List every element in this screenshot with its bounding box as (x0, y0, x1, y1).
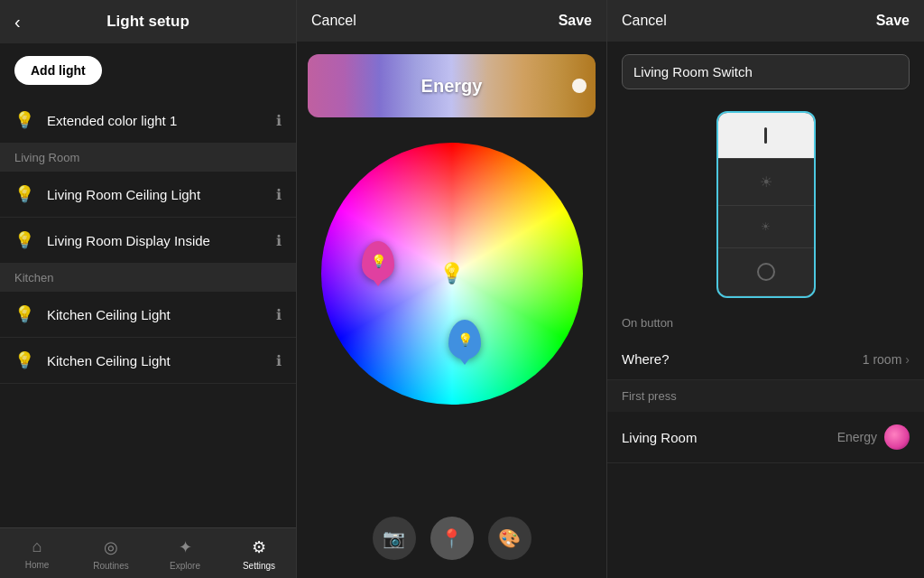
nav-settings-label: Settings (243, 561, 275, 571)
routines-icon: ◎ (104, 537, 118, 557)
add-light-button[interactable]: Add light (14, 56, 102, 85)
nav-home-label: Home (25, 560, 50, 570)
nav-home[interactable]: ⌂ Home (0, 528, 74, 578)
bulb-icon: 💡 (14, 230, 34, 250)
back-icon[interactable]: ‹ (14, 12, 21, 33)
color-preset-bar[interactable]: Energy (308, 54, 596, 117)
switch-config-panel: Cancel Save ☀ ☀ On button Where? 1 room … (607, 0, 924, 578)
light-name: Kitchen Ceiling Light (47, 307, 276, 322)
location-tool-button[interactable]: 📍 (430, 517, 474, 560)
nav-routines[interactable]: ◎ Routines (74, 528, 148, 578)
light-name: Kitchen Ceiling Light (47, 353, 276, 368)
list-item[interactable]: 💡 Extended color light 1 ℹ (0, 98, 296, 144)
pin-bulb-icon: 💡 (371, 254, 386, 268)
switch-visual: ☀ ☀ (716, 111, 816, 298)
first-press-label: First press (607, 380, 924, 412)
center-bulb-icon: 💡 (439, 262, 464, 285)
color-wheel-panel: Cancel Save Energy 💡 💡 💡 📷 📍 🎨 (297, 0, 607, 578)
panel1-header: ‹ Light setup (0, 0, 296, 43)
nav-settings[interactable]: ⚙ Settings (222, 528, 296, 578)
where-label: Where? (622, 351, 863, 367)
pin-bulb-icon: 💡 (457, 332, 473, 347)
section-header-living-room: Living Room (0, 144, 296, 172)
info-icon[interactable]: ℹ (276, 352, 282, 369)
color-pin-blue[interactable]: 💡 (448, 320, 481, 359)
where-value: 1 room (863, 352, 902, 367)
light-name: Extended color light 1 (47, 113, 276, 128)
scene-color-dot[interactable] (884, 424, 910, 450)
panel1-title: Light setup (14, 13, 282, 31)
on-button-label: On button (607, 307, 924, 339)
wheel-tools: 📷 📍 🎨 (373, 517, 531, 560)
preset-selector (572, 79, 587, 93)
cancel-button[interactable]: Cancel (311, 13, 356, 29)
info-icon[interactable]: ℹ (276, 232, 282, 249)
color-wheel-container[interactable]: 💡 💡 💡 (321, 143, 583, 405)
brightness-low-icon: ☀ (761, 220, 771, 233)
nav-routines-label: Routines (93, 561, 128, 571)
switch-off-button[interactable] (718, 248, 814, 296)
nav-explore-label: Explore (170, 561, 200, 571)
power-line-icon (764, 127, 767, 144)
scene-row[interactable]: Living Room Energy (607, 412, 924, 463)
cancel-button[interactable]: Cancel (622, 13, 667, 29)
bulb-icon: 💡 (14, 304, 34, 324)
list-item[interactable]: 💡 Kitchen Ceiling Light ℹ (0, 292, 296, 338)
bulb-icon: 💡 (14, 110, 34, 130)
light-list: 💡 Extended color light 1 ℹ Living Room 💡… (0, 98, 296, 527)
camera-tool-button[interactable]: 📷 (373, 517, 416, 560)
section-header-kitchen: Kitchen (0, 264, 296, 292)
color-pin-pink[interactable]: 💡 (362, 241, 394, 281)
save-button[interactable]: Save (876, 13, 910, 29)
list-item[interactable]: 💡 Living Room Display Inside ℹ (0, 218, 296, 264)
palette-tool-button[interactable]: 🎨 (488, 517, 531, 560)
home-icon: ⌂ (32, 537, 42, 556)
panel3-header: Cancel Save (607, 0, 924, 42)
list-item[interactable]: 💡 Living Room Ceiling Light ℹ (0, 172, 296, 218)
info-icon[interactable]: ℹ (276, 112, 282, 129)
switch-dim-down-button[interactable]: ☀ (718, 206, 814, 248)
save-button[interactable]: Save (559, 13, 592, 29)
explore-icon: ✦ (179, 537, 192, 557)
info-icon[interactable]: ℹ (276, 186, 282, 203)
info-icon[interactable]: ℹ (276, 306, 282, 323)
light-name: Living Room Display Inside (47, 233, 276, 248)
switch-dim-up-button[interactable]: ☀ (718, 159, 814, 206)
chevron-right-icon: › (905, 352, 910, 367)
panel2-header: Cancel Save (297, 0, 606, 42)
nav-explore[interactable]: ✦ Explore (148, 528, 222, 578)
settings-icon: ⚙ (252, 537, 266, 557)
device-name-input[interactable] (622, 54, 910, 89)
brightness-high-icon: ☀ (760, 173, 772, 191)
light-name: Living Room Ceiling Light (47, 187, 276, 202)
light-setup-panel: ‹ Light setup Add light 💡 Extended color… (0, 0, 297, 578)
bulb-icon: 💡 (14, 350, 34, 370)
bulb-icon: 💡 (14, 184, 34, 204)
power-circle-icon (757, 263, 775, 281)
preset-label: Energy (421, 76, 483, 97)
switch-on-button[interactable] (718, 113, 814, 159)
scene-value: Energy (837, 430, 877, 444)
scene-name: Living Room (622, 430, 837, 445)
list-item[interactable]: 💡 Kitchen Ceiling Light ℹ (0, 338, 296, 384)
bottom-navigation: ⌂ Home ◎ Routines ✦ Explore ⚙ Settings (0, 527, 296, 578)
where-row[interactable]: Where? 1 room › (607, 339, 924, 380)
